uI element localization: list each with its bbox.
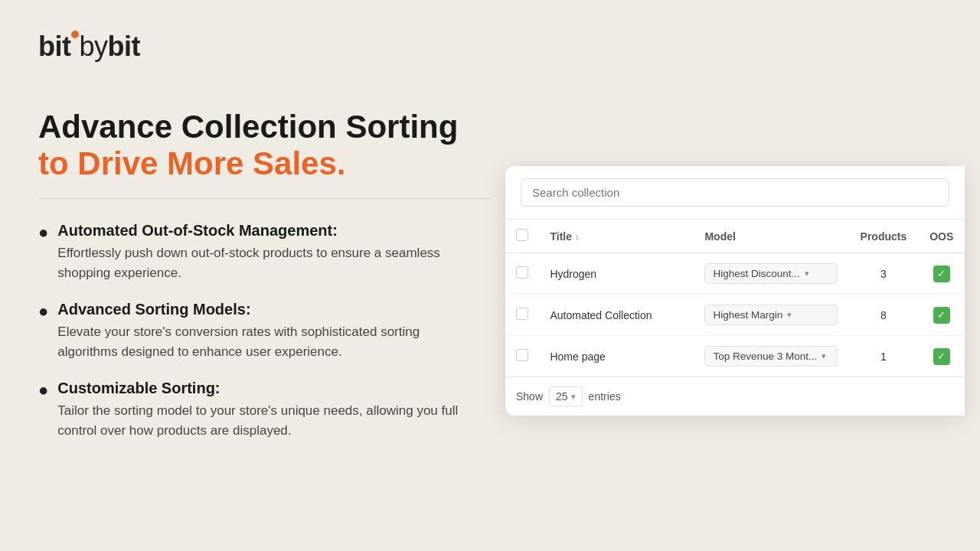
- search-bar: [505, 166, 965, 220]
- table-row-3: Home page Top Revenue 3 Mont... ▾ 1 ✓: [505, 336, 965, 377]
- left-panel: bitbybit Advance Collection Sorting to D…: [0, 0, 505, 551]
- row3-model-dropdown[interactable]: Top Revenue 3 Mont... ▾: [704, 346, 838, 367]
- features-list: ● Automated Out-of-Stock Management: Eff…: [38, 220, 467, 457]
- logo-dot: [71, 31, 79, 38]
- row1-title: Hydrogen: [539, 253, 694, 295]
- feature-title-2: Advanced Sorting Models:: [57, 299, 467, 319]
- entries-value: 25: [556, 390, 568, 403]
- feature-desc-2: Elevate your store's conversion rates wi…: [57, 322, 467, 361]
- feature-item-1: ● Automated Out-of-Stock Management: Eff…: [38, 220, 467, 282]
- row1-oos-cell: ✓: [918, 253, 965, 295]
- title-sort: Title ↕: [550, 230, 683, 243]
- entries-chevron-icon: ▾: [571, 392, 576, 402]
- row1-model-label: Highest Discount...: [713, 268, 799, 279]
- row3-chevron-icon: ▾: [822, 351, 826, 361]
- row3-oos-check[interactable]: ✓: [933, 348, 950, 365]
- row1-oos-check[interactable]: ✓: [933, 266, 950, 282]
- row1-chevron-icon: ▾: [805, 269, 809, 279]
- row2-oos-check[interactable]: ✓: [933, 307, 950, 324]
- header-oos: OOS: [918, 220, 965, 253]
- logo-bit2: bit: [108, 31, 140, 62]
- collections-table: Title ↕ Model Products OOS: [505, 220, 965, 377]
- row1-products: 3: [848, 253, 918, 295]
- header-model: Model: [694, 220, 848, 253]
- row2-checkbox-cell: [505, 295, 539, 336]
- header-title: Title ↕: [539, 220, 694, 253]
- entries-label: entries: [589, 390, 621, 403]
- feature-content-1: Automated Out-of-Stock Management: Effor…: [57, 220, 467, 282]
- row1-checkbox-cell: [505, 253, 539, 295]
- header-title-label: Title: [550, 230, 572, 243]
- headline-line2: to Drive More Sales.: [38, 145, 467, 182]
- row2-oos-cell: ✓: [918, 295, 965, 336]
- bullet-3: ●: [38, 380, 48, 402]
- sort-icon: ↕: [575, 232, 580, 241]
- ui-card: Title ↕ Model Products OOS: [505, 166, 965, 416]
- headline-divider: [38, 198, 490, 200]
- table-row-1: Hydrogen Highest Discount... ▾ 3 ✓: [505, 253, 965, 295]
- logo-bit: bit: [38, 31, 70, 62]
- logo: bitbybit: [38, 31, 467, 63]
- row1-model-cell: Highest Discount... ▾: [694, 253, 848, 295]
- bullet-2: ●: [38, 301, 48, 323]
- feature-desc-1: Effortlessly push down out-of-stock prod…: [57, 243, 467, 282]
- row2-chevron-icon: ▾: [787, 310, 792, 320]
- logo-text: bitbybit: [38, 31, 140, 63]
- right-panel: Title ↕ Model Products OOS: [505, 0, 980, 551]
- page-container: bitbybit Advance Collection Sorting to D…: [0, 0, 980, 551]
- row2-checkbox[interactable]: [516, 308, 528, 320]
- row2-model-label: Highest Margin: [713, 309, 782, 321]
- feature-item-3: ● Customizable Sorting: Tailor the sorti…: [38, 378, 467, 440]
- row2-title: Automated Collection: [539, 295, 694, 336]
- table-footer: Show 25 ▾ entries: [505, 377, 965, 416]
- feature-content-2: Advanced Sorting Models: Elevate your st…: [57, 299, 467, 361]
- row3-model-cell: Top Revenue 3 Mont... ▾: [694, 336, 848, 377]
- feature-item-2: ● Advanced Sorting Models: Elevate your …: [38, 299, 467, 361]
- headline: Advance Collection Sorting to Drive More…: [38, 109, 467, 183]
- row2-model-dropdown[interactable]: Highest Margin ▾: [704, 305, 838, 325]
- row3-title: Home page: [539, 336, 694, 377]
- table-header-row: Title ↕ Model Products OOS: [505, 220, 965, 253]
- feature-title-1: Automated Out-of-Stock Management:: [57, 220, 467, 240]
- header-checkbox[interactable]: [516, 229, 528, 241]
- entries-select[interactable]: 25 ▾: [549, 386, 583, 406]
- table-row-2: Automated Collection Highest Margin ▾ 8 …: [505, 295, 965, 336]
- search-input[interactable]: [521, 178, 949, 207]
- bullet-1: ●: [38, 222, 48, 244]
- row3-model-label: Top Revenue 3 Mont...: [713, 350, 817, 362]
- row2-model-cell: Highest Margin ▾: [694, 295, 848, 336]
- row1-model-dropdown[interactable]: Highest Discount... ▾: [704, 263, 838, 284]
- row3-checkbox[interactable]: [516, 349, 528, 361]
- feature-content-3: Customizable Sorting: Tailor the sorting…: [57, 378, 467, 440]
- row3-oos-cell: ✓: [918, 336, 965, 377]
- header-checkbox-col: [505, 220, 539, 253]
- row3-products: 1: [848, 336, 918, 377]
- header-products: Products: [848, 220, 918, 253]
- feature-desc-3: Tailor the sorting model to your store's…: [57, 401, 467, 440]
- row2-products: 8: [848, 295, 918, 336]
- row1-checkbox[interactable]: [516, 266, 528, 279]
- logo-by: by: [79, 31, 107, 62]
- row3-checkbox-cell: [505, 336, 539, 377]
- headline-line1: Advance Collection Sorting: [38, 109, 467, 145]
- show-label: Show: [516, 390, 543, 403]
- feature-title-3: Customizable Sorting:: [57, 378, 467, 398]
